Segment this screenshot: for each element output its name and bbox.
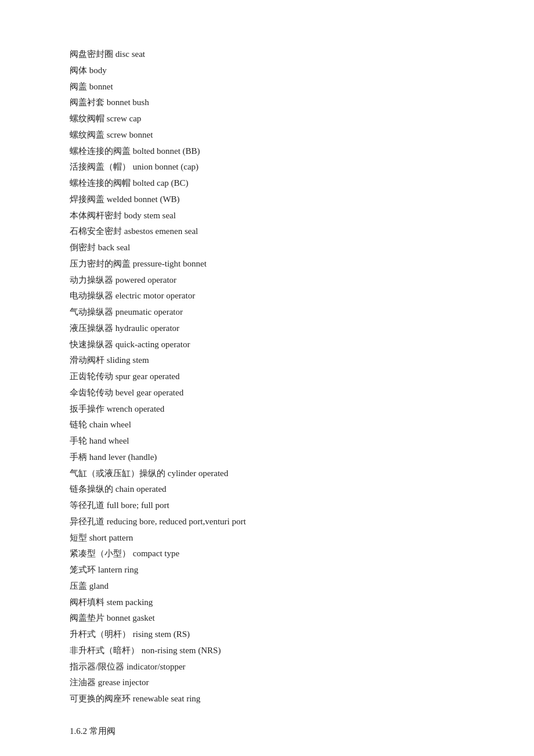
- term-zh: 螺纹阀帽: [70, 114, 104, 123]
- term-zh: 等径孔道: [70, 501, 104, 510]
- term-zh: 活接阀盖（帽）: [70, 162, 131, 171]
- term-zh: 滑动阀杆: [70, 355, 104, 365]
- term-line: 螺栓连接的阀盖 bolted bonnet (BB): [70, 143, 464, 160]
- term-en: spur gear operated: [116, 372, 180, 381]
- term-en: gland: [89, 581, 109, 591]
- term-zh: 紧凑型（小型）: [70, 549, 131, 558]
- term-zh: 笼式环: [70, 565, 96, 574]
- term-zh: 正齿轮传动: [70, 372, 113, 381]
- term-en: pneumatic operator: [116, 307, 183, 316]
- term-line: 石棉安全密封 asbestos emenen seal: [70, 224, 464, 240]
- term-en: bevel gear operated: [116, 388, 183, 397]
- term-line: 气缸（或液压缸）操纵的 cylinder operated: [70, 466, 464, 482]
- term-line: 阀盘密封圈 disc seat: [70, 46, 464, 63]
- term-line: 链轮 chain wheel: [70, 417, 464, 433]
- term-line: 动力操纵器 powered operator: [70, 272, 464, 289]
- term-zh: 气动操纵器: [70, 307, 113, 316]
- term-line: 阀体 body: [70, 63, 464, 79]
- term-en: body: [89, 66, 107, 75]
- term-line: 伞齿轮传动 bevel gear operated: [70, 385, 464, 401]
- term-en: grease injector: [98, 678, 149, 687]
- term-line: 可更换的阀座环 renewable seat ring: [70, 691, 464, 707]
- term-line: 指示器/限位器 indicator/stopper: [70, 659, 464, 675]
- term-en: asbestos emenen seal: [124, 226, 198, 236]
- term-zh: 阀盖垫片: [70, 613, 104, 622]
- term-line: 手柄 hand lever (handle): [70, 449, 464, 466]
- term-line: 非升杆式（暗杆） non-rising stem (NRS): [70, 643, 464, 659]
- term-line: 气动操纵器 pneumatic operator: [70, 304, 464, 321]
- term-en: wrench operated: [107, 404, 165, 413]
- term-zh: 阀杆填料: [70, 597, 104, 607]
- term-zh: 链条操纵的: [70, 484, 113, 494]
- term-en: indicator/stopper: [127, 662, 186, 671]
- terms-list: 阀盘密封圈 disc seat阀体 body阀盖 bonnet阀盖衬套 bonn…: [70, 46, 464, 707]
- term-line: 异径孔道 reducing bore, reduced port,venturi…: [70, 514, 464, 530]
- term-line: 螺纹阀盖 screw bonnet: [70, 127, 464, 143]
- term-zh: 快速操纵器: [70, 340, 113, 349]
- term-en: chain wheel: [89, 420, 131, 429]
- term-zh: 螺栓连接的阀盖: [70, 146, 131, 156]
- term-en: chain operated: [116, 484, 167, 494]
- term-en: hand wheel: [89, 436, 129, 445]
- term-line: 手轮 hand wheel: [70, 433, 464, 449]
- term-zh: 阀盘密封圈: [70, 49, 113, 59]
- term-line: 等径孔道 full bore; full port: [70, 498, 464, 514]
- term-en: pressure-tight bonnet: [133, 259, 207, 268]
- term-line: 活接阀盖（帽） union bonnet (cap): [70, 159, 464, 175]
- term-line: 压盖 gland: [70, 578, 464, 595]
- term-en: back seal: [98, 243, 130, 252]
- term-zh: 链轮: [70, 420, 87, 429]
- term-line: 正齿轮传动 spur gear operated: [70, 369, 464, 385]
- term-zh: 手轮: [70, 436, 87, 445]
- term-line: 本体阀杆密封 body stem seal: [70, 208, 464, 224]
- term-line: 压力密封的阀盖 pressure-tight bonnet: [70, 256, 464, 272]
- term-line: 倒密封 back seal: [70, 240, 464, 256]
- term-line: 注油器 grease injector: [70, 675, 464, 691]
- term-en: sliding stem: [107, 355, 149, 365]
- term-en: hydraulic operator: [116, 323, 179, 333]
- term-line: 升杆式（明杆） rising stem (RS): [70, 627, 464, 643]
- term-zh: 非升杆式（暗杆）: [70, 646, 139, 655]
- term-zh: 短型: [70, 533, 87, 542]
- term-zh: 阀盖衬套: [70, 98, 104, 107]
- term-en: rising stem (RS): [133, 629, 190, 639]
- term-line: 短型 short pattern: [70, 530, 464, 546]
- term-zh: 液压操纵器: [70, 323, 113, 333]
- term-line: 焊接阀盖 welded bonnet (WB): [70, 192, 464, 208]
- term-en: quick-acting operator: [116, 340, 190, 349]
- term-en: reducing bore, reduced port,venturi port: [107, 517, 246, 526]
- term-zh: 螺纹阀盖: [70, 130, 104, 139]
- term-line: 快速操纵器 quick-acting operator: [70, 337, 464, 353]
- section-heading: 1.6.2 常用阀: [70, 723, 464, 740]
- term-en: screw cap: [107, 114, 142, 123]
- term-en: disc seat: [116, 49, 145, 59]
- term-en: non-rising stem (NRS): [142, 646, 221, 655]
- term-zh: 伞齿轮传动: [70, 388, 113, 397]
- term-zh: 石棉安全密封: [70, 226, 122, 236]
- term-en: electric motor operator: [116, 291, 195, 300]
- term-en: bonnet gasket: [107, 613, 155, 622]
- term-en: body stem seal: [124, 211, 176, 220]
- term-en: bonnet: [89, 82, 113, 91]
- term-zh: 本体阀杆密封: [70, 211, 122, 220]
- term-en: compact type: [133, 549, 179, 558]
- term-line: 螺栓连接的阀帽 bolted cap (BC): [70, 175, 464, 192]
- term-line: 液压操纵器 hydraulic operator: [70, 321, 464, 337]
- term-line: 滑动阀杆 sliding stem: [70, 352, 464, 369]
- term-zh: 阀体: [70, 66, 87, 75]
- term-line: 扳手操作 wrench operated: [70, 401, 464, 417]
- term-zh: 升杆式（明杆）: [70, 629, 131, 639]
- term-line: 阀盖 bonnet: [70, 79, 464, 95]
- term-zh: 指示器/限位器: [70, 662, 124, 671]
- term-zh: 注油器: [70, 678, 96, 687]
- term-en: bonnet bush: [107, 98, 149, 107]
- term-line: 紧凑型（小型） compact type: [70, 546, 464, 562]
- term-en: bolted cap (BC): [133, 178, 189, 188]
- term-zh: 焊接阀盖: [70, 195, 104, 204]
- term-en: short pattern: [89, 533, 133, 542]
- term-zh: 压盖: [70, 581, 87, 591]
- term-zh: 手柄: [70, 452, 87, 462]
- term-zh: 压力密封的阀盖: [70, 259, 131, 268]
- term-en: screw bonnet: [107, 130, 153, 139]
- term-zh: 电动操纵器: [70, 291, 113, 300]
